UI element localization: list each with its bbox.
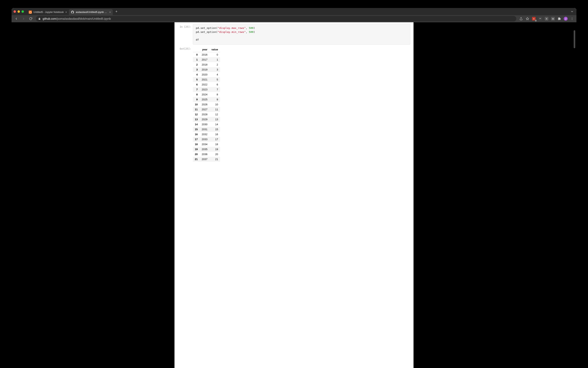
tab-label: asdasdasd/Untitled5.ipynb at m (76, 11, 108, 14)
cell-value: 8 (209, 92, 220, 97)
browser-window: ◯ Untitled5 - Jupyter Notebook × asdasda… (11, 8, 577, 368)
scrollbar-thumb[interactable] (574, 30, 575, 48)
cell-year: 2027 (200, 107, 209, 112)
table-row: 12202812 (193, 112, 220, 117)
row-index: 21 (193, 157, 200, 162)
tab-label: Untitled5 - Jupyter Notebook (33, 11, 64, 14)
window-zoom-button[interactable] (21, 10, 24, 13)
row-index: 18 (193, 142, 200, 147)
forward-button[interactable] (20, 16, 27, 21)
extension-1b[interactable]: 1b (550, 16, 556, 21)
cell-year: 2021 (200, 77, 209, 82)
table-row: 020160 (193, 52, 220, 57)
browser-toolbar: github.com/jsoma/asdasdasd/blob/main/Unt… (11, 15, 577, 22)
tab-github[interactable]: asdasdasd/Untitled5.ipynb at m × (69, 9, 113, 15)
tab-jupyter[interactable]: ◯ Untitled5 - Jupyter Notebook × (27, 9, 69, 15)
cell-value: 4 (209, 72, 220, 77)
new-tab-button[interactable]: + (114, 9, 119, 14)
traffic-lights (14, 10, 24, 13)
cell-value: 14 (209, 122, 220, 127)
row-index: 9 (193, 97, 200, 102)
cell-value: 18 (209, 142, 220, 147)
table-row: 820248 (193, 92, 220, 97)
viewport-scrollbar[interactable] (574, 22, 576, 368)
bookmark-button[interactable] (525, 16, 530, 21)
url-text: github.com/jsoma/asdasdasd/blob/main/Unt… (43, 17, 111, 20)
table-row: 13202913 (193, 117, 220, 122)
tab-close-button[interactable]: × (65, 11, 67, 14)
cell-value: 11 (209, 107, 220, 112)
cell-year: 2025 (200, 97, 209, 102)
cell-value: 16 (209, 132, 220, 137)
table-row: 11202711 (193, 107, 220, 112)
cell-value: 9 (209, 97, 220, 102)
table-header-row: year value (193, 47, 220, 52)
extension-ublock[interactable]: u 7 (531, 16, 537, 21)
reload-button[interactable] (28, 16, 34, 21)
table-row: 420204 (193, 72, 220, 77)
extensions-button[interactable] (557, 16, 562, 21)
svg-point-6 (572, 19, 572, 20)
cell-year: 2019 (200, 67, 209, 72)
cell-year: 2032 (200, 132, 209, 137)
cell-value: 10 (209, 102, 220, 107)
cell-value: 19 (209, 147, 220, 152)
cell-value: 7 (209, 87, 220, 92)
address-bar[interactable]: github.com/jsoma/asdasdasd/blob/main/Unt… (36, 16, 516, 21)
table-row: 14203014 (193, 122, 220, 127)
window-close-button[interactable] (14, 10, 16, 13)
svg-point-4 (572, 18, 572, 18)
cell-year: 2030 (200, 122, 209, 127)
github-icon (71, 10, 74, 14)
tampermonkey-icon (538, 17, 542, 20)
back-button[interactable] (13, 16, 19, 21)
tab-close-button[interactable]: × (109, 11, 111, 14)
row-index: 7 (193, 87, 200, 92)
tabs-dropdown-button[interactable] (570, 9, 574, 14)
dataframe-table: year value 02016012017122018232019342020… (193, 47, 220, 162)
cell-value: 21 (209, 157, 220, 162)
chrome-menu-button[interactable] (569, 16, 575, 21)
table-row: 720237 (193, 87, 220, 92)
cell-value: 1 (209, 57, 220, 62)
row-index: 5 (193, 77, 200, 82)
cell-value: 2 (209, 62, 220, 67)
jupyter-icon: ◯ (29, 10, 32, 14)
svg-point-3 (540, 18, 541, 19)
cell-year: 2020 (200, 72, 209, 77)
extension-tampermonkey[interactable] (537, 16, 543, 21)
col-year: year (200, 47, 209, 52)
row-index: 2 (193, 62, 200, 67)
cell-value: 3 (209, 67, 220, 72)
notebook-output-row: Out[25]: year value 02016012017122018232… (178, 46, 410, 162)
table-row: 120171 (193, 57, 220, 62)
share-button[interactable] (518, 16, 524, 21)
row-index: 13 (193, 117, 200, 122)
row-index: 17 (193, 137, 200, 142)
svg-point-5 (572, 18, 572, 19)
table-row: 620226 (193, 82, 220, 87)
notebook-input-row: In [25]: pd.set_option("display.max_rows… (178, 24, 410, 45)
cell-year: 2016 (200, 52, 209, 57)
row-index: 0 (193, 52, 200, 57)
row-index: 15 (193, 127, 200, 132)
cell-value: 12 (209, 112, 220, 117)
cell-value: 5 (209, 77, 220, 82)
cell-value: 0 (209, 52, 220, 57)
table-row: 920259 (193, 97, 220, 102)
cell-year: 2024 (200, 92, 209, 97)
cell-year: 2031 (200, 127, 209, 132)
row-index: 4 (193, 72, 200, 77)
cell-year: 2023 (200, 87, 209, 92)
output-prompt: Out[25]: (178, 46, 193, 50)
cell-value: 17 (209, 137, 220, 142)
table-row: 21203721 (193, 157, 220, 162)
cell-year: 2034 (200, 142, 209, 147)
profile-button[interactable]: J (563, 16, 569, 21)
page-viewport: In [25]: pd.set_option("display.max_rows… (11, 22, 577, 368)
cell-year: 2028 (200, 112, 209, 117)
ublock-badge-count: 7 (535, 20, 537, 21)
extension-s[interactable]: s (544, 16, 549, 21)
cell-year: 2022 (200, 82, 209, 87)
window-minimize-button[interactable] (18, 10, 20, 13)
